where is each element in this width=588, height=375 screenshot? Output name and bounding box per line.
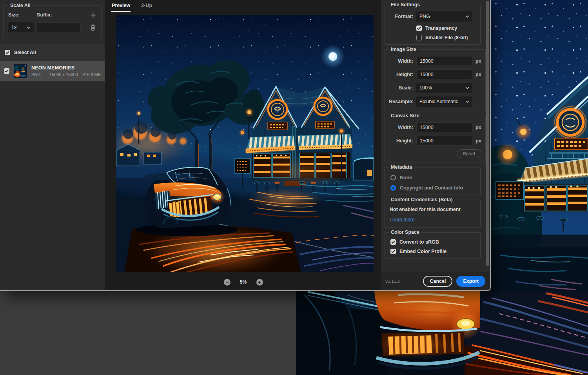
canvas-width-label: Width: xyxy=(389,125,413,130)
delete-scale-button[interactable] xyxy=(89,24,96,31)
image-size-section: Image Size Width: px Height: px Scale: 1… xyxy=(385,47,486,111)
check-icon xyxy=(5,51,9,54)
preview-tabbar: Preview 2-Up xyxy=(105,0,381,12)
canvas-width-input[interactable] xyxy=(416,122,472,132)
metadata-copyright-radio[interactable] xyxy=(390,185,396,191)
convert-srgb-checkbox[interactable] xyxy=(390,239,396,245)
minus-icon xyxy=(225,280,229,284)
chevron-down-icon xyxy=(465,15,469,18)
reset-button[interactable]: Reset xyxy=(457,149,481,158)
plus-icon xyxy=(90,12,96,18)
file-checkbox[interactable] xyxy=(4,68,9,74)
scale-size-select[interactable]: 1x xyxy=(8,22,34,32)
canvas-height-input[interactable] xyxy=(416,136,472,146)
canvas-height-label: Height: xyxy=(389,138,413,144)
file-list-item[interactable]: NEON MEMORIES PNG 15000 x 15000 319.6 MB xyxy=(0,61,105,81)
select-all-checkbox[interactable] xyxy=(5,50,10,55)
zoom-out-button[interactable] xyxy=(224,279,230,286)
image-width-input[interactable] xyxy=(416,56,472,66)
chevron-down-icon xyxy=(465,100,469,103)
learn-more-link[interactable]: Learn more xyxy=(390,217,415,222)
content-credentials-section: Content Credentials (Beta) Not enabled f… xyxy=(385,197,481,228)
metadata-none-radio[interactable] xyxy=(390,175,396,180)
embed-profile-checkbox[interactable] xyxy=(390,249,396,254)
cancel-button[interactable]: Cancel xyxy=(423,276,452,287)
scale-select[interactable]: 100% xyxy=(416,83,472,93)
image-width-label: Width: xyxy=(389,58,413,64)
select-all-row[interactable]: Select All xyxy=(0,44,105,61)
scale-size-value: 1x xyxy=(11,25,16,30)
tab-preview[interactable]: Preview xyxy=(111,0,131,12)
select-all-label: Select All xyxy=(14,50,36,55)
color-space-section: Color Space Convert to sRGB Embed Color … xyxy=(385,229,481,258)
resample-label: Resample: xyxy=(389,99,413,104)
scale-all-group: Scale All Size: Suffix: 1x xyxy=(3,3,102,38)
metadata-section: Metadata None Copyright and Contact Info xyxy=(385,164,481,195)
format-value: PNG xyxy=(419,14,430,19)
convert-srgb-label: Convert to sRGB xyxy=(399,239,439,245)
file-list: Select All xyxy=(0,44,105,81)
file-dimensions: 15000 x 15000 xyxy=(49,72,82,77)
scale-value: 100% xyxy=(419,85,432,91)
size-label: Size: xyxy=(8,12,37,18)
plus-icon xyxy=(258,280,261,284)
export-button[interactable]: Export xyxy=(456,276,485,287)
transparency-label: Transparency xyxy=(425,25,457,31)
color-space-title: Color Space xyxy=(389,229,421,235)
check-icon xyxy=(5,69,9,73)
content-credentials-title: Content Credentials (Beta) xyxy=(389,197,455,202)
scale-label: Scale: xyxy=(389,85,413,91)
file-settings-title: File Settings xyxy=(389,2,422,7)
file-info: NEON MEMORIES PNG 15000 x 15000 319.6 MB xyxy=(31,65,101,77)
image-width-unit: px xyxy=(475,58,481,64)
file-size: 319.6 MB xyxy=(82,72,101,77)
preview-stage xyxy=(105,12,381,274)
preview-pane: Preview 2-Up xyxy=(105,0,381,290)
smaller-file-label: Smaller File (8-bit) xyxy=(425,35,468,40)
content-credentials-status: Not enabled for this document xyxy=(390,207,476,212)
check-icon xyxy=(391,240,395,244)
chevron-down-icon xyxy=(27,26,31,29)
check-icon xyxy=(417,27,421,30)
scale-panel: Scale All Size: Suffix: 1x xyxy=(0,0,105,290)
file-thumbnail xyxy=(14,64,27,78)
zoom-controls: 5% xyxy=(105,274,381,290)
resample-select[interactable]: Bicubic Automatic xyxy=(416,96,472,107)
metadata-title: Metadata xyxy=(389,164,414,170)
scrollbar-thumb[interactable] xyxy=(486,1,489,266)
canvas-height-unit: px xyxy=(475,138,481,144)
embed-profile-label: Embed Color Profile xyxy=(399,249,446,254)
file-name: NEON MEMORIES xyxy=(31,65,101,71)
settings-panel: File Settings Format: PNG Transparency xyxy=(381,0,490,290)
dialog-footer: v5.11.2 Cancel Export xyxy=(381,272,490,290)
file-settings-section: File Settings Format: PNG Transparency xyxy=(385,2,481,45)
image-height-unit: px xyxy=(475,72,481,77)
resample-value: Bicubic Automatic xyxy=(419,99,458,104)
preview-artwork xyxy=(116,15,374,272)
chevron-down-icon xyxy=(465,87,469,89)
metadata-copyright-label: Copyright and Contact Info xyxy=(400,185,463,191)
transparency-checkbox[interactable] xyxy=(416,25,422,31)
image-size-title: Image Size xyxy=(389,47,418,52)
image-height-input[interactable] xyxy=(416,69,472,79)
zoom-level: 5% xyxy=(238,279,249,285)
version-label: v5.11.2 xyxy=(385,279,419,284)
export-as-dialog: Scale All Size: Suffix: 1x xyxy=(0,0,491,291)
scale-all-title: Scale All xyxy=(8,3,33,8)
smaller-file-checkbox[interactable] xyxy=(416,35,422,40)
tab-2up[interactable]: 2-Up xyxy=(141,0,152,12)
suffix-input[interactable] xyxy=(37,22,81,32)
format-label: Format: xyxy=(389,14,413,19)
metadata-none-label: None xyxy=(400,175,412,180)
file-format: PNG xyxy=(31,72,49,77)
zoom-in-button[interactable] xyxy=(256,279,263,286)
canvas-width-unit: px xyxy=(475,125,481,130)
suffix-label: Suffix: xyxy=(37,12,89,18)
canvas-size-title: Canvas Size xyxy=(389,113,421,118)
image-height-label: Height: xyxy=(389,72,413,77)
add-scale-button[interactable] xyxy=(89,11,96,18)
canvas-size-section: Canvas Size Width: px Height: px Reset xyxy=(385,113,486,162)
screen: Scale All Size: Suffix: 1x xyxy=(0,0,588,375)
trash-icon xyxy=(90,24,96,31)
format-select[interactable]: PNG xyxy=(416,11,472,22)
